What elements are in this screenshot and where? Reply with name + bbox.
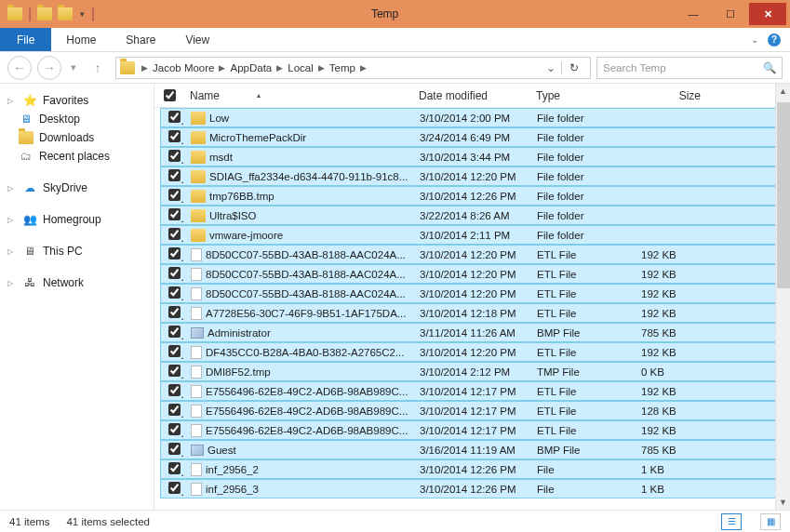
row-checkbox[interactable]: [168, 111, 181, 123]
column-date[interactable]: Date modified: [411, 84, 529, 107]
row-checkbox[interactable]: [168, 247, 181, 259]
file-name: Ultra$ISO: [209, 210, 257, 221]
file-name: msdt: [209, 152, 233, 163]
file-icon: [191, 287, 202, 300]
chevron-right-icon[interactable]: ▶: [216, 63, 228, 73]
up-button[interactable]: ↑: [86, 56, 110, 80]
vertical-scrollbar[interactable]: ▲ ▼: [775, 84, 790, 510]
file-row[interactable]: Low3/10/2014 2:00 PMFile folder: [160, 108, 784, 127]
row-checkbox[interactable]: [168, 130, 181, 142]
column-size[interactable]: Size: [633, 84, 709, 107]
file-row[interactable]: 8D50CC07-55BD-43AB-8188-AAC024A...3/10/2…: [160, 284, 784, 303]
row-checkbox[interactable]: [168, 286, 181, 299]
maximize-button[interactable]: ☐: [712, 3, 749, 25]
file-row[interactable]: E7556496-62E8-49C2-AD6B-98AB989C...3/10/…: [160, 401, 784, 420]
row-checkbox[interactable]: [168, 306, 181, 318]
file-name: inf_2956_2: [206, 464, 259, 475]
row-checkbox[interactable]: [168, 482, 181, 494]
scroll-thumb[interactable]: [777, 102, 790, 288]
file-row[interactable]: 8D50CC07-55BD-43AB-8188-AAC024A...3/10/2…: [160, 264, 784, 284]
back-button[interactable]: ←: [7, 56, 32, 80]
scroll-down-icon[interactable]: ▼: [776, 495, 790, 510]
row-checkbox[interactable]: [168, 423, 181, 435]
history-dropdown[interactable]: ▾: [67, 56, 80, 80]
file-row[interactable]: Ultra$ISO3/22/2014 8:26 AMFile folder: [160, 206, 784, 225]
row-checkbox[interactable]: [168, 150, 181, 162]
refresh-icon[interactable]: ↻: [561, 61, 586, 74]
sidebar-favorites[interactable]: ⭐Favorites: [0, 91, 154, 110]
row-checkbox[interactable]: [168, 228, 181, 240]
chevron-right-icon[interactable]: ▶: [357, 63, 369, 73]
crumb[interactable]: Temp: [328, 62, 357, 73]
help-icon[interactable]: ?: [768, 33, 781, 47]
column-name[interactable]: Name▴: [182, 84, 411, 107]
row-checkbox[interactable]: [168, 169, 181, 181]
sidebar-item-downloads[interactable]: Downloads: [0, 128, 154, 147]
tab-home[interactable]: Home: [51, 28, 111, 51]
chevron-right-icon[interactable]: ▶: [315, 63, 328, 73]
sidebar-skydrive[interactable]: ☁SkyDrive: [0, 179, 154, 197]
sidebar-network[interactable]: 🖧Network: [0, 273, 154, 292]
file-row[interactable]: inf_2956_33/10/2014 12:26 PMFile1 KB: [160, 479, 784, 499]
close-button[interactable]: ✕: [749, 3, 786, 25]
file-name: A7728E56-30C7-46F9-9B51-1AF175DA...: [206, 308, 406, 319]
file-row[interactable]: tmp76BB.tmp3/10/2014 12:26 PMFile folder: [160, 186, 784, 206]
file-row[interactable]: inf_2956_23/10/2014 12:26 PMFile1 KB: [160, 459, 784, 479]
forward-button[interactable]: →: [37, 56, 61, 80]
row-checkbox[interactable]: [168, 443, 181, 455]
file-name: vmware-jmoore: [209, 230, 283, 241]
column-type[interactable]: Type: [529, 84, 633, 107]
file-row[interactable]: vmware-jmoore3/10/2014 2:11 PMFile folde…: [160, 225, 784, 245]
row-checkbox[interactable]: [168, 208, 181, 220]
file-row[interactable]: SDIAG_ffa2334e-d634-4470-911b-91c8...3/1…: [160, 166, 784, 186]
qat-newfolder-icon[interactable]: [58, 7, 73, 20]
tab-share[interactable]: Share: [111, 28, 170, 51]
crumb[interactable]: Local: [286, 62, 315, 73]
row-checkbox[interactable]: [168, 384, 181, 396]
sidebar-homegroup[interactable]: 👥Homegroup: [0, 210, 154, 229]
file-row[interactable]: A7728E56-30C7-46F9-9B51-1AF175DA...3/10/…: [160, 303, 784, 323]
location-icon: [120, 61, 135, 74]
row-checkbox[interactable]: [168, 267, 181, 279]
file-row[interactable]: Guest3/16/2014 11:19 AMBMP File785 KB: [160, 440, 784, 459]
file-tab[interactable]: File: [0, 28, 51, 51]
crumb[interactable]: Jacob Moore: [151, 62, 216, 73]
chevron-right-icon[interactable]: ▶: [274, 63, 286, 73]
bmp-icon: [191, 445, 204, 456]
sidebar-item-desktop[interactable]: 🖥Desktop: [0, 110, 154, 128]
sidebar-thispc[interactable]: 🖥This PC: [0, 242, 154, 260]
file-row[interactable]: Administrator3/11/2014 11:26 AMBMP File7…: [160, 323, 784, 342]
icons-view-button[interactable]: ▦: [760, 513, 781, 530]
file-row[interactable]: 8D50CC07-55BD-43AB-8188-AAC024A...3/10/2…: [160, 245, 784, 264]
file-row[interactable]: MicroThemePackDir3/24/2014 6:49 PMFile f…: [160, 127, 784, 147]
sidebar-item-recent[interactable]: 🗂Recent places: [0, 147, 154, 166]
file-row[interactable]: E7556496-62E8-49C2-AD6B-98AB989C...3/10/…: [160, 381, 784, 401]
row-checkbox[interactable]: [168, 345, 181, 357]
row-checkbox[interactable]: [168, 365, 181, 377]
minimize-button[interactable]: —: [675, 3, 712, 25]
address-bar[interactable]: ▶ Jacob Moore ▶ AppData ▶ Local ▶ Temp ▶…: [115, 57, 591, 79]
search-input[interactable]: Search Temp 🔍: [596, 57, 783, 79]
file-row[interactable]: DF435CC0-B28A-4BA0-B382-A2765C2...3/10/2…: [160, 342, 784, 362]
file-row[interactable]: E7556496-62E8-49C2-AD6B-98AB989C...3/10/…: [160, 420, 784, 440]
file-name: Guest: [208, 445, 236, 456]
row-checkbox[interactable]: [168, 462, 181, 474]
folder-icon: [191, 190, 206, 203]
file-row[interactable]: msdt3/10/2014 3:44 PMFile folder: [160, 147, 784, 166]
address-dropdown-icon[interactable]: ⌄: [541, 61, 561, 74]
file-row[interactable]: DMI8F52.tmp3/10/2014 2:12 PMTMP File0 KB: [160, 362, 784, 381]
qat-dropdown-icon[interactable]: ▼: [78, 10, 86, 19]
tab-view[interactable]: View: [170, 28, 224, 51]
details-view-button[interactable]: ☰: [721, 513, 742, 530]
select-all-checkbox[interactable]: [164, 89, 176, 101]
ribbon-expand-icon[interactable]: ⌄: [751, 34, 758, 45]
file-date: 3/10/2014 12:17 PM: [412, 386, 529, 397]
crumb[interactable]: AppData: [228, 62, 274, 73]
row-checkbox[interactable]: [168, 189, 181, 201]
file-date: 3/10/2014 12:20 PM: [412, 171, 529, 182]
chevron-right-icon[interactable]: ▶: [139, 63, 151, 73]
qat-properties-icon[interactable]: [37, 7, 52, 20]
scroll-up-icon[interactable]: ▲: [776, 84, 790, 99]
row-checkbox[interactable]: [168, 404, 181, 416]
row-checkbox[interactable]: [168, 326, 181, 338]
